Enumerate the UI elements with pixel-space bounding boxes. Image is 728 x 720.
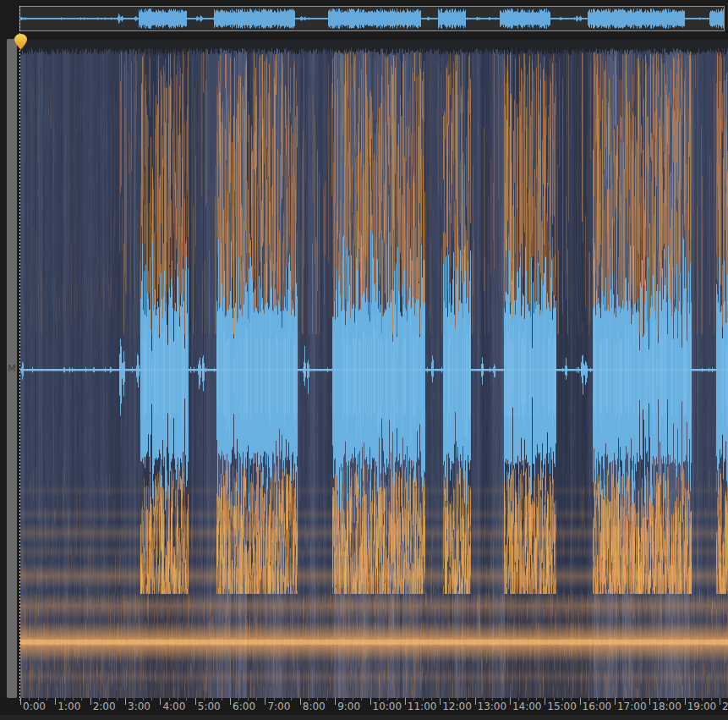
major-tick xyxy=(300,698,301,705)
major-tick xyxy=(125,698,126,705)
major-tick xyxy=(20,698,21,705)
minor-tick xyxy=(641,698,642,701)
bottom-strip xyxy=(0,715,728,720)
minor-tick xyxy=(623,698,624,701)
major-tick xyxy=(335,698,336,705)
minor-tick xyxy=(134,698,134,701)
minor-tick xyxy=(387,698,388,701)
time-label: 4:00 xyxy=(162,701,185,713)
minor-tick xyxy=(676,698,676,701)
major-tick xyxy=(475,698,476,705)
minor-tick xyxy=(571,698,572,701)
time-label: 6:00 xyxy=(233,701,255,713)
minor-tick xyxy=(309,698,309,701)
spectral-waveform-canvas[interactable] xyxy=(20,40,728,698)
time-label: 20:00 xyxy=(722,701,728,713)
time-label: 11:00 xyxy=(408,701,437,713)
time-label: 17:00 xyxy=(617,701,647,713)
minor-tick xyxy=(492,698,493,701)
minor-tick xyxy=(588,698,589,701)
time-label: 1:00 xyxy=(57,701,80,713)
minor-tick xyxy=(379,698,380,701)
time-label: 7:00 xyxy=(267,701,290,713)
time-label: 12:00 xyxy=(442,701,472,713)
minor-tick xyxy=(169,698,170,701)
time-label: 0:00 xyxy=(23,701,46,713)
minor-tick xyxy=(248,698,249,701)
minor-tick xyxy=(178,698,178,701)
timeline-ruler[interactable]: 0:001:002:003:004:005:006:007:008:009:00… xyxy=(0,698,728,715)
minor-tick xyxy=(282,698,283,701)
minor-tick xyxy=(186,698,187,701)
audio-editor-window: { "colors": { "app_bg": "#1c1c1c", "over… xyxy=(0,0,728,720)
minor-tick xyxy=(667,698,668,701)
playhead-marker[interactable] xyxy=(14,34,27,50)
overview-navigator[interactable] xyxy=(0,0,728,38)
minor-tick xyxy=(449,698,450,701)
minor-tick xyxy=(536,698,537,701)
minor-tick xyxy=(693,698,694,701)
time-label: 3:00 xyxy=(128,701,151,713)
time-label: 9:00 xyxy=(337,701,360,713)
overview-waveform-canvas[interactable] xyxy=(0,0,728,38)
minor-tick xyxy=(326,698,327,701)
minor-tick xyxy=(361,698,362,701)
minor-tick xyxy=(343,698,344,701)
channel-strip[interactable]: M xyxy=(7,39,17,698)
minor-tick xyxy=(29,698,30,701)
playhead-pin-icon xyxy=(14,34,27,50)
channel-label-mono: M xyxy=(7,364,17,373)
minor-tick xyxy=(143,698,144,701)
minor-tick xyxy=(528,698,528,701)
major-tick xyxy=(510,698,511,705)
minor-tick xyxy=(466,698,467,701)
minor-tick xyxy=(107,698,108,701)
minor-tick xyxy=(423,698,424,701)
major-tick xyxy=(265,698,265,705)
time-label: 2:00 xyxy=(93,701,116,713)
major-tick xyxy=(370,698,371,705)
major-tick xyxy=(55,698,56,705)
minor-tick xyxy=(353,698,353,701)
major-tick xyxy=(720,698,720,705)
minor-tick xyxy=(212,698,213,701)
minor-tick xyxy=(711,698,712,701)
minor-tick xyxy=(274,698,275,701)
minor-tick xyxy=(73,698,74,701)
major-tick xyxy=(545,698,545,705)
major-tick xyxy=(580,698,581,705)
minor-tick xyxy=(291,698,292,701)
minor-tick xyxy=(518,698,519,701)
minor-tick xyxy=(659,698,660,701)
major-tick xyxy=(649,698,650,705)
major-tick xyxy=(615,698,616,705)
minor-tick xyxy=(38,698,39,701)
minor-tick xyxy=(484,698,484,701)
waveform-editor[interactable] xyxy=(20,40,728,698)
time-label: 15:00 xyxy=(547,701,577,713)
minor-tick xyxy=(501,698,502,701)
time-label: 14:00 xyxy=(512,701,542,713)
time-label: 5:00 xyxy=(198,701,221,713)
minor-tick xyxy=(204,698,205,701)
major-tick xyxy=(230,698,231,705)
time-label: 13:00 xyxy=(478,701,507,713)
minor-tick xyxy=(256,698,257,701)
minor-tick xyxy=(632,698,633,701)
minor-tick xyxy=(117,698,118,701)
time-label: 10:00 xyxy=(373,701,402,713)
major-tick xyxy=(90,698,91,705)
major-tick xyxy=(685,698,686,705)
playhead-line xyxy=(19,6,20,701)
minor-tick xyxy=(64,698,65,701)
minor-tick xyxy=(597,698,598,701)
major-tick xyxy=(405,698,406,705)
minor-tick xyxy=(457,698,458,701)
minor-tick xyxy=(99,698,100,701)
minor-tick xyxy=(151,698,152,701)
time-label: 18:00 xyxy=(652,701,681,713)
minor-tick xyxy=(606,698,607,701)
major-tick xyxy=(160,698,161,705)
minor-tick xyxy=(554,698,555,701)
minor-tick xyxy=(317,698,318,701)
